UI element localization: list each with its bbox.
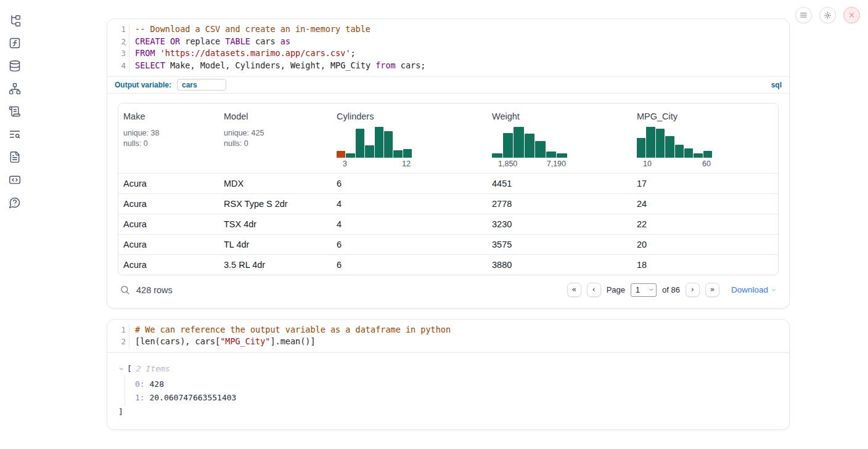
histogram-bar[interactable] <box>393 150 402 158</box>
tree-entry-value: 20.060747663551403 <box>145 393 237 402</box>
items-count-label: 2 Items <box>136 364 170 373</box>
table-cell: 6 <box>332 240 487 249</box>
table-cell: 22 <box>632 219 778 229</box>
histogram <box>637 127 712 158</box>
line-number: 1 <box>107 23 126 36</box>
histogram-bar[interactable] <box>675 145 684 158</box>
tree-root-row: [ 2 Items <box>118 362 779 375</box>
table-cell: 4 <box>332 199 487 209</box>
output-variable-row: Output variable: sql <box>107 76 789 94</box>
histogram-bar[interactable] <box>384 131 393 158</box>
histogram-bar[interactable] <box>637 138 645 158</box>
next-page-button[interactable]: › <box>686 283 700 297</box>
histogram-bar[interactable] <box>503 133 514 158</box>
line-number: 2 <box>107 336 126 348</box>
histogram-bar[interactable] <box>646 127 655 158</box>
table-cell: 20 <box>632 240 778 249</box>
axis-max: 60 <box>702 160 711 168</box>
previous-page-button[interactable]: ‹ <box>587 283 601 297</box>
histogram-bar[interactable] <box>337 151 345 158</box>
table-cell: 6 <box>332 260 487 270</box>
language-badge[interactable]: sql <box>771 81 782 89</box>
table-row[interactable]: Acura3.5 RL 4dr6388018 <box>118 254 778 275</box>
line-number: 4 <box>107 60 126 72</box>
menu-button[interactable] <box>795 7 812 23</box>
first-page-button[interactable]: « <box>567 283 581 297</box>
histogram-bar[interactable] <box>535 141 546 158</box>
row-count: 428 rows <box>136 285 173 295</box>
histogram-bar[interactable] <box>557 153 567 158</box>
histogram-bar[interactable] <box>546 152 557 158</box>
python-output: [ 2 Items 0: 4281: 20.060747663551403 ] <box>107 352 789 429</box>
histogram-bar[interactable] <box>525 134 535 158</box>
histogram-bar[interactable] <box>365 145 374 158</box>
tree-entry-key: 1: <box>135 393 145 402</box>
table-row[interactable]: AcuraMDX6445117 <box>118 173 778 193</box>
histogram-axis: 1,8507,190 <box>492 160 567 168</box>
table-cell: 4451 <box>487 179 632 188</box>
code-line: FROM 'https://datasets.marimo.app/cars.c… <box>135 47 789 60</box>
column-label: Make <box>123 111 214 121</box>
histogram-bar[interactable] <box>665 136 674 158</box>
search-list-icon[interactable] <box>9 127 22 140</box>
sql-editor[interactable]: 12⌄34 -- Download a CSV and create an in… <box>107 19 789 76</box>
histogram-axis: 1060 <box>637 160 712 168</box>
column-header: Makeunique: 38nulls: 0 <box>118 103 219 173</box>
histogram-bar[interactable] <box>492 153 502 158</box>
python-code[interactable]: # We can reference the output variable a… <box>129 324 789 348</box>
python-editor[interactable]: 12 # We can reference the output variabl… <box>107 320 789 352</box>
code-line: SELECT Make, Model, Cylinders, Weight, M… <box>135 60 789 72</box>
shutdown-button[interactable] <box>843 7 860 23</box>
logs-scroll-icon[interactable] <box>9 105 22 118</box>
search-icon[interactable] <box>120 285 130 295</box>
histogram-bar[interactable] <box>346 153 354 158</box>
table-row[interactable]: AcuraRSX Type S 2dr4277824 <box>118 193 778 214</box>
output-variable-input[interactable] <box>177 79 226 91</box>
snippets-code-icon[interactable] <box>9 173 22 186</box>
column-histogram: 1,8507,190 <box>492 127 567 168</box>
axis-min: 10 <box>643 160 652 168</box>
settings-button[interactable] <box>819 7 836 23</box>
table-cell: 18 <box>632 260 778 270</box>
sql-cell: 12⌄34 -- Download a CSV and create an in… <box>107 18 790 309</box>
tree-entry-value: 428 <box>145 379 164 389</box>
function-variables-icon[interactable] <box>9 36 22 49</box>
open-bracket: [ <box>127 364 132 373</box>
page-select[interactable]: 1 <box>631 283 657 297</box>
line-numbers: 12⌄34 <box>107 23 129 72</box>
column-header: Weight1,8507,190 <box>487 103 632 173</box>
column-header: Modelunique: 425nulls: 0 <box>219 103 332 173</box>
histogram-bar[interactable] <box>703 151 712 158</box>
database-icon[interactable] <box>9 59 22 72</box>
column-histogram: 1060 <box>637 127 712 168</box>
help-icon[interactable] <box>9 196 22 209</box>
axis-max: 7,190 <box>547 160 566 168</box>
line-number: 3 <box>107 47 126 60</box>
dependency-graph-icon[interactable] <box>9 82 22 95</box>
table-cell: 3575 <box>487 240 632 249</box>
code-line: [len(cars), cars["MPG_City"].mean()] <box>135 336 789 348</box>
histogram-bar[interactable] <box>356 129 364 158</box>
histogram-bar[interactable] <box>684 148 693 158</box>
table-body: AcuraMDX6445117AcuraRSX Type S 2dr427782… <box>118 173 778 275</box>
document-icon[interactable] <box>9 150 22 163</box>
histogram-bar[interactable] <box>514 127 524 158</box>
table-cell: RSX Type S 2dr <box>219 199 332 209</box>
column-stats: unique: 425nulls: 0 <box>224 128 327 149</box>
file-tree-icon[interactable] <box>9 14 22 26</box>
histogram-bar[interactable] <box>694 153 702 158</box>
last-page-button[interactable]: » <box>705 283 719 297</box>
chevron-down-icon[interactable] <box>118 366 125 372</box>
line-numbers: 12 <box>107 324 129 348</box>
histogram-bar[interactable] <box>403 149 412 158</box>
table-cell: 6 <box>332 179 487 188</box>
table-row[interactable]: AcuraTSX 4dr4323022 <box>118 214 778 234</box>
histogram-bar[interactable] <box>375 127 383 158</box>
tree-entries: 0: 4281: 20.060747663551403 <box>125 376 779 406</box>
table-cell: Acura <box>118 179 219 188</box>
sql-code[interactable]: -- Download a CSV and create an in-memor… <box>129 23 789 72</box>
histogram-bar[interactable] <box>656 129 665 158</box>
table-row[interactable]: AcuraTL 4dr6357520 <box>118 234 778 254</box>
download-button[interactable]: Download <box>731 285 777 294</box>
histogram <box>337 127 412 158</box>
